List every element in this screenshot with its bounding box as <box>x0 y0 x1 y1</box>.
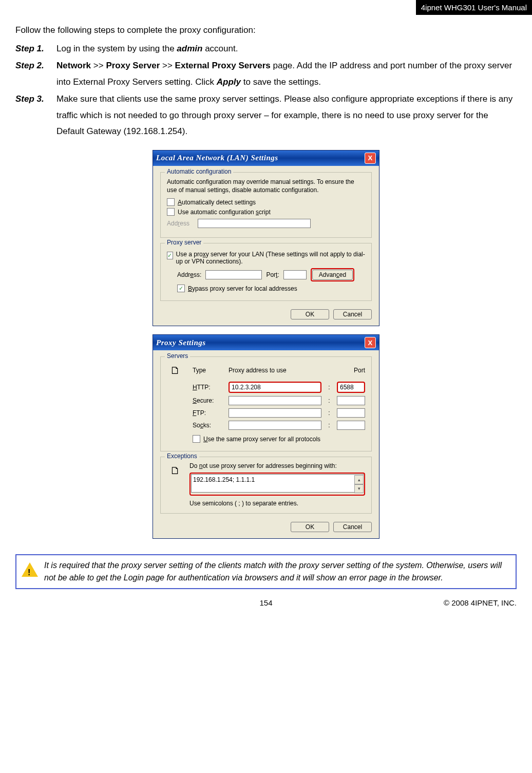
colon: : <box>327 422 332 429</box>
servers-legend: Servers <box>165 352 190 360</box>
step-2-b2: Proxy Server <box>106 61 160 70</box>
exceptions-icon: 🗋 <box>167 462 183 479</box>
type-header: Type <box>193 367 223 374</box>
step-1-bold: admin <box>177 44 202 53</box>
auto-config-desc: Automatic configuration may override man… <box>167 178 365 194</box>
exceptions-fieldset: Exceptions 🗋 Do not use proxy server for… <box>160 457 372 514</box>
step-3: Step 3. Make sure that clients use the s… <box>15 91 517 139</box>
cancel-button[interactable]: Cancel <box>333 309 372 319</box>
proxy-port-label: Port: <box>266 271 279 278</box>
proxy-settings-dialog: Proxy Settings X Servers 🗋 Type Proxy ad… <box>153 334 379 539</box>
step-3-text: Make sure that clients use the same prox… <box>56 91 517 139</box>
ok-button[interactable]: OK <box>291 309 329 319</box>
secure-port-input[interactable] <box>337 396 365 405</box>
proxy-port-input[interactable] <box>283 270 307 279</box>
secure-label: Secure: <box>193 397 223 404</box>
ok-button[interactable]: OK <box>291 522 329 532</box>
use-proxy-label: Use a proxy server for your LAN (These s… <box>176 251 365 265</box>
copyright: © 2008 4IPNET, INC. <box>444 598 517 607</box>
http-port-input[interactable] <box>338 383 364 391</box>
step-1: Step 1. Log in the system by using the a… <box>15 41 517 56</box>
step-1-pre: Log in the system by using the <box>56 44 177 53</box>
lan-dialog-title: Local Area Network (LAN) Settings <box>156 154 278 162</box>
doc-header: 4ipnet WHG301 User's Manual <box>416 0 532 15</box>
same-proxy-checkbox[interactable] <box>193 435 200 443</box>
close-icon[interactable]: X <box>365 153 376 164</box>
exceptions-desc: Do not use proxy server for addresses be… <box>189 462 365 469</box>
http-address-input[interactable] <box>230 383 320 391</box>
step-2: Step 2. Network >> Proxy Server >> Exter… <box>15 58 517 90</box>
proxy-server-legend: Proxy server <box>165 239 203 246</box>
script-address-label: Address <box>167 220 194 227</box>
auto-script-label: Use automatic configuration script <box>178 209 271 216</box>
socks-port-input[interactable] <box>337 421 365 430</box>
step-2-label: Step 2. <box>15 58 56 90</box>
proxy-address-input[interactable] <box>205 270 262 279</box>
cancel-button[interactable]: Cancel <box>333 522 372 532</box>
auto-config-fieldset: Automatic configuration Automatic config… <box>160 172 372 238</box>
close-icon[interactable]: X <box>365 337 376 348</box>
script-address-input <box>198 219 311 228</box>
socks-address-input[interactable] <box>229 421 321 430</box>
ftp-port-input[interactable] <box>337 408 365 418</box>
ftp-address-input[interactable] <box>229 408 321 418</box>
semicolon-hint: Use semicolons ( ; ) to separate entries… <box>189 500 365 507</box>
bypass-label: Bypass proxy server for local addresses <box>188 285 297 292</box>
auto-detect-label: Automatically detect settings <box>178 199 256 206</box>
page-number: 154 <box>259 598 272 607</box>
step-1-label: Step 1. <box>15 41 56 56</box>
proxy-server-fieldset: Proxy server Use a proxy server for your… <box>160 243 372 301</box>
colon: : <box>327 397 332 404</box>
http-label: HTTP: <box>193 384 223 391</box>
proxy-address-label: Address: <box>177 271 201 278</box>
same-proxy-label: Use the same proxy server for all protoc… <box>203 436 320 443</box>
auto-script-checkbox[interactable] <box>167 208 175 216</box>
exceptions-legend: Exceptions <box>165 453 199 460</box>
scrollbar[interactable]: ▴▾ <box>354 475 363 493</box>
advanced-button[interactable]: Advanced <box>312 270 353 280</box>
servers-fieldset: Servers 🗋 Type Proxy address to use Port… <box>160 356 372 451</box>
colon: : <box>327 409 332 417</box>
servers-icon: 🗋 <box>167 362 183 379</box>
proxy-dialog-titlebar[interactable]: Proxy Settings X <box>153 335 379 350</box>
intro-text: Follow the following steps to complete t… <box>15 25 517 35</box>
use-proxy-checkbox[interactable] <box>167 252 173 259</box>
warning-note: It is required that the proxy server set… <box>15 554 517 589</box>
lan-dialog-titlebar[interactable]: Local Area Network (LAN) Settings X <box>153 150 379 166</box>
bypass-checkbox[interactable] <box>177 285 185 292</box>
step-2-sep1: >> <box>91 61 106 70</box>
step-2-post2: to save the settings. <box>241 77 321 87</box>
ftp-label: FTP: <box>193 409 223 417</box>
step-2-b1: Network <box>56 61 91 70</box>
warning-icon <box>22 562 38 577</box>
auto-detect-checkbox[interactable] <box>167 198 175 206</box>
port-header: Port <box>337 367 365 374</box>
auto-config-legend: Automatic configuration <box>165 168 233 175</box>
step-2-apply: Apply <box>217 77 241 87</box>
step-1-post: account. <box>202 44 238 53</box>
colon: : <box>327 384 332 391</box>
socks-label: Socks: <box>193 422 223 429</box>
exceptions-textarea[interactable] <box>191 474 364 493</box>
warning-text: It is required that the proxy server set… <box>44 559 510 584</box>
step-2-b3: External Proxy Servers <box>175 61 271 70</box>
step-3-label: Step 3. <box>15 91 56 139</box>
proxy-dialog-title: Proxy Settings <box>156 338 206 347</box>
secure-address-input[interactable] <box>229 396 321 405</box>
step-2-sep2: >> <box>160 61 175 70</box>
proxy-addr-header: Proxy address to use <box>229 367 321 374</box>
lan-settings-dialog: Local Area Network (LAN) Settings X Auto… <box>153 150 379 326</box>
